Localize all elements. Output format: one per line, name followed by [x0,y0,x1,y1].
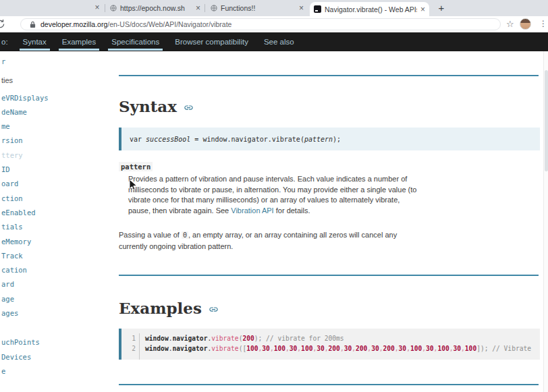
section-divider [119,75,539,76]
page-nav-link[interactable]: Examples [61,32,98,51]
browser-menu-icon[interactable]: ⋮ [539,20,547,28]
paragraph-text: Passing a value of [119,231,182,239]
tab-title: https://epoch.now.sh [120,4,192,12]
sidebar-item[interactable]: ction [1,192,115,206]
browser-toolbar: developer.mozilla.org/en-US/docs/Web/API… [0,16,548,32]
profile-avatar[interactable] [520,18,531,30]
sidebar-item[interactable]: Track [1,249,115,263]
url-path: /en-US/docs/Web/API/Navigator/vibrate [107,20,231,28]
code-lines: window.navigator.vibrate(200); // vibrat… [140,333,540,360]
section-link-icon[interactable] [209,304,219,314]
code-line: window.navigator.vibrate(200); // vibrat… [145,333,540,343]
section-divider [119,275,539,276]
tab-separator [105,4,105,12]
syntax-section-heading: Syntax [119,97,194,115]
sidebar-item[interactable]: ID [1,163,115,177]
tab-title: Navigator.vibrate() - Web APIs [325,5,417,13]
page-nav-link[interactable]: Specifications [110,32,161,51]
code-line: window.navigator.vibrate([100,30,100,30,… [145,343,540,354]
close-icon[interactable]: × [299,3,304,13]
sidebar-item[interactable]: rsion [1,134,115,148]
sidebar-item[interactable]: Devices [1,350,115,364]
new-tab-button[interactable]: + [435,2,447,14]
line-number-gutter: 12 [121,333,140,360]
syntax-code-block: var successBool = window.navigator.vibra… [119,128,540,150]
sidebar-item[interactable]: ties [1,74,115,88]
mdn-favicon [314,5,321,13]
section-divider [119,384,539,385]
page-nav-link[interactable]: See also [263,32,296,51]
inline-code-zero: 0 [182,231,188,239]
close-icon[interactable]: × [92,3,102,13]
tab-strip: × https://epoch.now.sh × Functions!! × N… [0,0,548,16]
description-text: for details. [274,206,310,215]
parameter-name: pattern [119,162,153,171]
examples-section-heading: Examples [119,299,219,317]
sidebar-item[interactable]: eMemory [1,235,115,249]
lock-icon [30,21,36,28]
close-icon[interactable]: × [420,5,425,14]
tab-separator [204,4,205,12]
vertical-scrollbar[interactable] [543,51,548,392]
bookmark-star-icon[interactable]: ☆ [506,19,514,29]
heading-text: Examples [119,299,202,317]
syntax-code-line: var successBool = window.navigator.vibra… [130,136,341,143]
page-nav-link[interactable]: Browser compatibility [173,32,250,51]
url-text: developer.mozilla.org/en-US/docs/Web/API… [40,20,231,28]
tab-title: Functions!! [221,4,296,12]
tab-epoch[interactable]: https://epoch.now.sh × [106,0,204,16]
sidebar-item[interactable]: eEnabled [1,206,115,220]
reload-icon[interactable] [0,19,5,32]
sidebar-item[interactable]: deName [1,105,115,119]
sidebar-item[interactable]: e [1,364,115,379]
sidebar-item[interactable]: r [1,55,115,69]
page-nav-bar: o: SyntaxExamplesSpecificationsBrowser c… [0,32,548,51]
sidebar-item[interactable]: uchPoints [1,335,115,349]
section-link-icon[interactable] [184,103,194,113]
page-nav-link[interactable]: Syntax [22,32,48,51]
globe-icon [211,5,217,11]
sidebar-api-properties: rtieseVRDisplaysdeNamemersiontteryIDoard… [1,55,115,392]
scrollbar-thumb[interactable] [545,70,548,171]
line-number: 1 [121,333,139,343]
sidebar-item[interactable]: age [1,292,115,306]
close-icon[interactable]: × [196,3,200,13]
parameter-description: Provides a pattern of vibration and paus… [128,174,424,217]
sidebar-item[interactable]: ages [1,306,115,320]
examples-code-block: 12 window.navigator.vibrate(200); // vib… [119,329,540,360]
sidebar-item[interactable]: eVRDisplays [1,91,115,105]
sidebar-item[interactable]: tials [1,220,115,234]
tab-functions[interactable]: Functions!! × [207,0,308,16]
url-host: developer.mozilla.org [40,20,107,28]
sidebar-item[interactable]: cation [1,263,115,277]
vibration-api-link[interactable]: Vibration API [231,206,273,215]
sidebar-item[interactable]: ard [1,277,115,291]
sidebar-item[interactable]: oard [1,177,115,191]
address-bar[interactable]: developer.mozilla.org/en-US/docs/Web/API… [20,18,501,30]
page-nav-items: SyntaxExamplesSpecificationsBrowser comp… [22,32,296,51]
globe-icon [110,5,117,11]
jump-to-label-fragment: o: [1,38,8,46]
sidebar-item[interactable]: ttery [1,148,115,163]
tab-navigator-vibrate-active[interactable]: Navigator.vibrate() - Web APIs × [310,2,429,16]
heading-text: Syntax [119,97,177,115]
cancel-note-paragraph: Passing a value of 0, an empty array, or… [119,229,424,252]
line-number: 2 [121,343,139,354]
sidebar-item[interactable]: me [1,119,115,134]
